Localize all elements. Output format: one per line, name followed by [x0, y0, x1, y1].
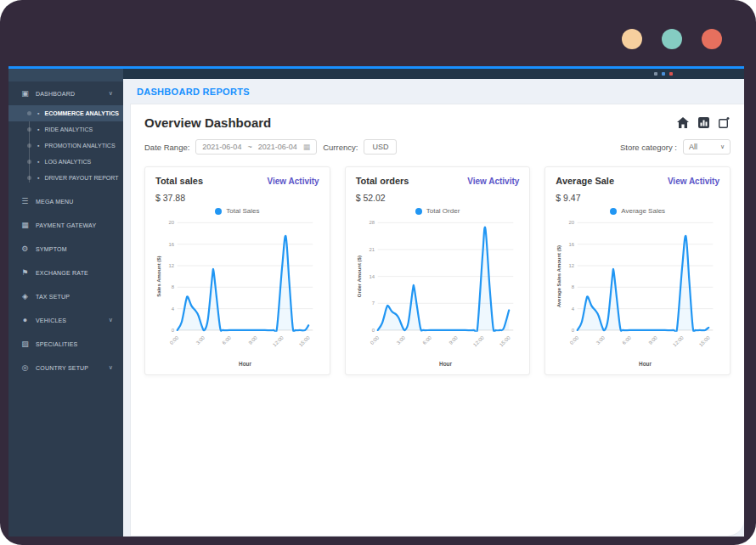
svg-text:6:00: 6:00: [421, 334, 432, 346]
sidebar-item-label: MEGA MENU: [36, 199, 115, 205]
chart-icon[interactable]: [698, 117, 709, 128]
sidebar-item-icon: ▦: [20, 221, 30, 229]
sidebar-item-mega-menu[interactable]: ☰MEGA MENU: [8, 189, 123, 213]
svg-text:12:00: 12:00: [272, 334, 285, 347]
svg-text:12:00: 12:00: [472, 334, 485, 347]
stat-card-header: Average SaleView Activity: [556, 176, 719, 186]
app-window: ▣DASHBOARD∨▪ECOMMERCE ANALYTICS▪RIDE ANA…: [8, 66, 744, 537]
svg-text:Order Amount ($): Order Amount ($): [357, 256, 362, 297]
main-area: DASHBOARD REPORTS Overview Dashboard: [123, 69, 744, 537]
topbar-status-icon: [662, 72, 665, 76]
sidebar-item-icon: ⚑: [20, 268, 30, 277]
sidebar-item-specialities[interactable]: ▨SPECIALITIES: [8, 332, 123, 356]
chart-legend: Average Sales: [556, 207, 719, 215]
view-activity-link[interactable]: View Activity: [268, 177, 319, 186]
sidebar-item-ride-analytics[interactable]: ▪RIDE ANALYTICS: [8, 121, 123, 138]
svg-text:3:00: 3:00: [395, 334, 406, 346]
sidebar-item-icon: ☰: [20, 197, 30, 205]
store-category-label: Store category :: [620, 143, 677, 152]
calendar-icon: ▦: [303, 143, 311, 151]
card-toolbar: [677, 117, 731, 128]
svg-text:9:00: 9:00: [247, 334, 258, 346]
sidebar-subitem-icon: ▪: [37, 143, 39, 149]
breadcrumb: DASHBOARD REPORTS: [137, 87, 744, 97]
svg-text:16: 16: [569, 242, 575, 247]
topbar-status-icon: [669, 72, 673, 76]
sidebar-item-label: PROMOTION ANALYTICS: [44, 143, 115, 149]
svg-text:0:00: 0:00: [569, 334, 580, 346]
date-range-label: Date Range:: [144, 143, 189, 152]
sidebar-item-icon: ▨: [20, 340, 30, 348]
svg-text:0: 0: [572, 328, 575, 333]
sidebar-item-symptom[interactable]: ⚙SYMPTOM: [8, 237, 123, 261]
legend-dot-icon: [415, 208, 422, 215]
view-activity-link[interactable]: View Activity: [467, 177, 519, 186]
sidebar-item-exchange-rate[interactable]: ⚑EXCHANGE RATE: [8, 261, 123, 284]
sidebar-item-payment-gateway[interactable]: ▦PAYMENT GATEWAY: [8, 213, 123, 237]
filter-bar: Date Range: 2021-06-04 ~ 2021-06-04 ▦ Cu…: [144, 139, 731, 155]
sidebar-item-log-analytics[interactable]: ▪LOG ANALYTICS: [8, 154, 123, 170]
legend-label: Total Sales: [226, 207, 259, 215]
sidebar-subitem-icon: ▪: [37, 126, 39, 132]
sidebar-item-icon: ●: [20, 316, 30, 324]
home-icon[interactable]: [677, 117, 689, 128]
stat-card-title: Average Sale: [556, 176, 668, 186]
sidebar-item-icon: ◈: [20, 292, 30, 301]
currency-select[interactable]: USD: [364, 139, 397, 155]
svg-text:Hour: Hour: [439, 361, 452, 367]
stat-card-header: Total salesView Activity: [155, 176, 319, 186]
sidebar-item-promotion-analytics[interactable]: ▪PROMOTION ANALYTICS: [8, 138, 123, 154]
sidebar-item-label: SYMPTOM: [36, 246, 115, 252]
stat-cards-row: Total salesView Activity$ 37.88Total Sal…: [144, 166, 731, 375]
sidebar-item-ecommerce-analytics[interactable]: ▪ECOMMERCE ANALYTICS: [8, 105, 123, 121]
topbar-status-icon: [654, 72, 657, 76]
stat-card-amount: $ 9.47: [556, 193, 719, 203]
svg-text:20: 20: [168, 220, 174, 225]
sidebar-item-driver-payout-report[interactable]: ▪DRIVER PAYOUT REPORT: [8, 170, 123, 186]
svg-text:21: 21: [369, 247, 375, 252]
svg-text:20: 20: [569, 220, 575, 225]
sidebar-item-vehicles[interactable]: ●VEHICLES∨: [8, 308, 123, 332]
sidebar-item-country-setup[interactable]: ◎COUNTRY SETUP∨: [8, 356, 123, 379]
window-dot-3[interactable]: [702, 29, 722, 49]
svg-text:8: 8: [572, 284, 575, 289]
sidebar-item-icon: ▣: [20, 89, 30, 98]
window-dot-1[interactable]: [622, 29, 642, 49]
svg-text:7: 7: [371, 301, 375, 306]
svg-text:Average Sales Amount ($): Average Sales Amount ($): [557, 245, 562, 307]
stat-card-amount: $ 52.02: [356, 193, 520, 203]
svg-text:6:00: 6:00: [622, 334, 633, 346]
window-dot-2[interactable]: [662, 29, 682, 49]
legend-label: Average Sales: [621, 207, 665, 215]
stat-card-average-sale: Average SaleView Activity$ 9.47Average S…: [544, 166, 731, 375]
svg-text:4: 4: [172, 306, 175, 312]
svg-text:0: 0: [371, 328, 375, 333]
view-activity-link[interactable]: View Activity: [668, 177, 719, 186]
currency-label: Currency:: [323, 143, 358, 152]
svg-text:12: 12: [168, 263, 174, 268]
date-to-value: 2021-06-04: [258, 143, 297, 151]
sidebar-item-tax-setup[interactable]: ◈TAX SETUP: [8, 284, 123, 308]
stat-card-header: Total ordersView Activity: [356, 176, 520, 186]
stat-card-title: Total orders: [356, 176, 468, 186]
sidebar-item-label: LOG ANALYTICS: [44, 159, 91, 165]
sidebar-logo-area: [8, 69, 123, 81]
store-category-value: All: [689, 143, 697, 151]
svg-text:12: 12: [569, 263, 575, 268]
svg-text:8: 8: [172, 284, 175, 289]
svg-text:0:00: 0:00: [369, 334, 380, 346]
store-category-select[interactable]: All ∨: [683, 139, 731, 155]
sidebar-item-dashboard[interactable]: ▣DASHBOARD∨: [8, 81, 123, 105]
date-range-input[interactable]: 2021-06-04 ~ 2021-06-04 ▦: [195, 139, 317, 155]
page-title: Overview Dashboard: [144, 115, 677, 130]
export-report-icon[interactable]: [719, 117, 731, 128]
window-controls: [622, 29, 722, 49]
svg-text:9:00: 9:00: [448, 334, 459, 346]
stat-card-title: Total sales: [155, 176, 268, 186]
date-from-value: 2021-06-04: [202, 143, 241, 151]
legend-label: Total Order: [426, 207, 460, 215]
chevron-down-icon: ∨: [109, 364, 115, 371]
stat-card-total-orders: Total ordersView Activity$ 52.02Total Or…: [345, 166, 531, 375]
chart-legend: Total Sales: [155, 207, 319, 215]
stat-card-amount: $ 37.88: [155, 193, 319, 203]
